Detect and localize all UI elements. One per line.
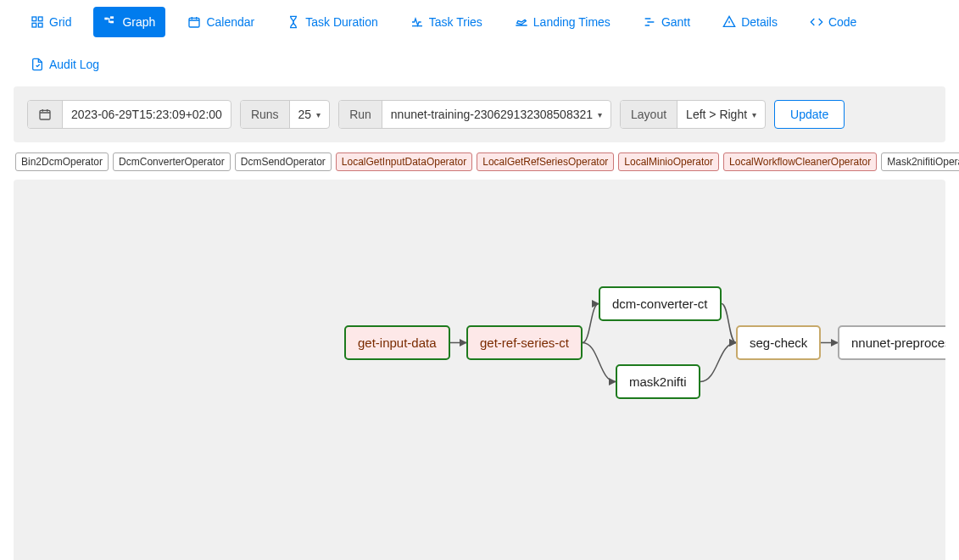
operator-tag[interactable]: DcmSendOperator [235, 152, 332, 171]
toolbar: 2023-06-29T15:23:09+02:00 Runs 25 ▾ Run … [14, 86, 945, 142]
graph-canvas[interactable]: get-input-dataget-ref-series-ctdcm-conve… [14, 180, 945, 560]
operator-tag[interactable]: DcmConverterOperator [113, 152, 231, 171]
operator-tag[interactable]: LocalGetRefSeriesOperator [477, 152, 614, 171]
tab-grid[interactable]: Grid [20, 7, 81, 37]
base-date-group[interactable]: 2023-06-29T15:23:09+02:00 [27, 100, 231, 129]
tab-label: Audit Log [49, 58, 99, 71]
graph-node-get-ref-series-ct[interactable]: get-ref-series-ct [466, 325, 583, 360]
graph-edge [583, 304, 599, 343]
run-label: Run [339, 101, 382, 128]
graph-edge [583, 343, 616, 382]
svg-rect-3 [38, 23, 42, 27]
view-tabs: Grid Graph Calendar Task Duration Task T… [0, 0, 959, 86]
layout-select[interactable]: Left > Right ▾ [677, 101, 765, 128]
tab-label: Task Tries [429, 15, 482, 29]
layout-group[interactable]: Layout Left > Right ▾ [620, 100, 766, 129]
grid-icon [31, 15, 44, 29]
tab-label: Code [828, 15, 856, 29]
tab-label: Calendar [206, 15, 254, 29]
gantt-icon [643, 15, 656, 29]
run-select[interactable]: nnunet-training-230629132308508321 ▾ [382, 101, 611, 128]
tab-label: Details [741, 15, 778, 29]
svg-rect-4 [105, 18, 109, 20]
operator-tag[interactable]: Mask2nifitiOperator [881, 152, 959, 171]
graph-icon [103, 15, 117, 29]
operator-tag[interactable]: LocalGetInputDataOperator [336, 152, 472, 171]
runs-value: 25 [298, 108, 312, 121]
chevron-down-icon: ▾ [752, 110, 756, 119]
layout-label: Layout [621, 101, 677, 128]
landing-icon [515, 15, 528, 29]
update-button[interactable]: Update [774, 100, 845, 129]
code-icon [810, 15, 823, 29]
svg-rect-2 [32, 23, 36, 27]
operator-tag[interactable]: LocalMinioOperator [618, 152, 719, 171]
chevron-down-icon: ▾ [598, 110, 602, 119]
run-group[interactable]: Run nnunet-training-230629132308508321 ▾ [338, 100, 611, 129]
runs-group[interactable]: Runs 25 ▾ [240, 100, 330, 129]
tab-graph[interactable]: Graph [93, 7, 165, 37]
tab-label: Task Duration [305, 15, 378, 29]
calendar-icon [28, 101, 63, 128]
operator-tag[interactable]: LocalWorkflowCleanerOperator [723, 152, 877, 171]
tab-audit-log[interactable]: Audit Log [20, 49, 109, 80]
runs-label: Runs [241, 101, 290, 128]
svg-rect-0 [32, 17, 36, 21]
details-icon [722, 15, 736, 29]
tab-calendar[interactable]: Calendar [177, 7, 265, 37]
calendar-icon [187, 15, 201, 29]
graph-node-get-input-data[interactable]: get-input-data [344, 325, 450, 360]
hourglass-icon [287, 15, 300, 29]
graph-node-seg-check[interactable]: seg-check [736, 325, 821, 360]
graph-node-dcm-converter-ct[interactable]: dcm-converter-ct [599, 286, 722, 321]
tab-label: Grid [49, 15, 71, 29]
operator-legend: Bin2DcmOperatorDcmConverterOperatorDcmSe… [0, 142, 959, 176]
graph-node-nnunet-preprocess[interactable]: nnunet-preprocess [838, 325, 945, 360]
graph-node-mask2nifti[interactable]: mask2nifti [616, 364, 700, 399]
tab-label: Gantt [661, 15, 690, 29]
runs-select[interactable]: 25 ▾ [290, 101, 330, 128]
tab-label: Graph [122, 15, 155, 29]
audit-log-icon [31, 58, 44, 71]
svg-rect-5 [110, 16, 114, 19]
tab-label: Landing Times [533, 15, 611, 29]
tab-landing-times[interactable]: Landing Times [505, 7, 621, 37]
retry-icon [410, 15, 424, 29]
chevron-down-icon: ▾ [316, 110, 321, 119]
svg-rect-7 [189, 18, 199, 27]
operator-tag[interactable]: Bin2DcmOperator [15, 152, 109, 171]
run-value: nnunet-training-230629132308508321 [391, 108, 593, 121]
graph-edge [700, 343, 736, 382]
svg-rect-1 [38, 17, 42, 21]
tab-task-tries[interactable]: Task Tries [400, 7, 493, 37]
tab-code[interactable]: Code [800, 7, 867, 37]
layout-value: Left > Right [686, 108, 747, 121]
tab-task-duration[interactable]: Task Duration [276, 7, 388, 37]
tab-details[interactable]: Details [712, 7, 788, 37]
svg-rect-6 [110, 21, 114, 24]
tab-gantt[interactable]: Gantt [633, 7, 700, 37]
graph-edge [722, 304, 736, 343]
base-date-input[interactable]: 2023-06-29T15:23:09+02:00 [63, 101, 231, 128]
svg-rect-8 [40, 110, 50, 119]
